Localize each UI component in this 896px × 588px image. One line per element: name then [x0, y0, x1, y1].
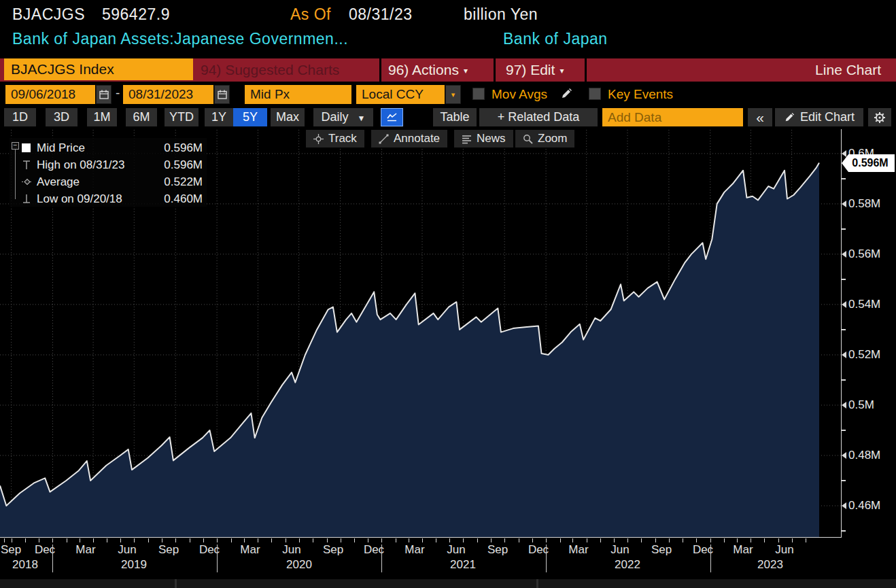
add-data-input[interactable]	[602, 108, 743, 126]
frequency-dropdown[interactable]: Daily ▼	[313, 108, 373, 126]
annotate-line-icon	[379, 134, 389, 144]
edit-menu-button[interactable]: 97) Edit▾	[506, 58, 564, 82]
start-date-calendar-button[interactable]	[96, 85, 111, 104]
key-events-checkbox[interactable]	[589, 88, 601, 100]
period-button-1y[interactable]: 1Y	[205, 108, 233, 126]
y-tick-label: 0.56M	[848, 247, 880, 261]
legend-row-mid-price[interactable]: Mid Price 0.596M	[10, 139, 207, 156]
x-month-label: Jun	[775, 543, 793, 557]
y-minor-tick	[842, 178, 846, 179]
x-year-label: 2019	[121, 558, 147, 572]
x-minor-tick	[409, 538, 409, 542]
x-minor-tick	[341, 538, 341, 542]
period-button-1d[interactable]: 1D	[4, 108, 36, 126]
mov-avgs-label: Mov Avgs	[492, 86, 547, 103]
chart-settings-button[interactable]	[868, 108, 891, 126]
table-button[interactable]: Table	[433, 108, 477, 126]
price-field-selector[interactable]: Mid Px	[245, 85, 351, 104]
period-button-max[interactable]: Max	[271, 108, 305, 126]
x-minor-tick	[627, 538, 628, 542]
x-minor-tick	[381, 538, 382, 542]
actions-menu-button[interactable]: 96) Actions▾	[388, 58, 468, 82]
period-button-ytd[interactable]: YTD	[165, 108, 199, 126]
divider	[379, 58, 381, 82]
legend-row-average[interactable]: Average 0.522M	[10, 173, 207, 190]
x-minor-tick	[778, 538, 779, 542]
x-minor-tick	[396, 538, 396, 542]
x-month-label: Sep	[158, 543, 179, 557]
gear-icon	[874, 111, 886, 124]
track-crosshair-icon	[313, 134, 324, 144]
legend-row-high[interactable]: High on 08/31/23 0.596M	[10, 156, 207, 173]
data-source: Bank of Japan	[503, 30, 608, 48]
x-minor-tick	[463, 538, 464, 542]
calendar-icon	[218, 90, 227, 99]
x-minor-tick	[93, 538, 94, 542]
y-tick-arrow-icon	[842, 301, 846, 308]
suggested-charts-button[interactable]: 94) Suggested Charts	[201, 58, 339, 82]
x-minor-tick	[710, 538, 711, 542]
x-month-label: Dec	[199, 543, 220, 557]
mov-avgs-checkbox[interactable]	[472, 88, 485, 100]
edit-chart-button[interactable]: Edit Chart	[775, 108, 863, 126]
pencil-icon	[784, 112, 795, 123]
related-data-button[interactable]: + Related Data	[479, 108, 598, 126]
x-minor-tick	[572, 538, 573, 542]
x-minor-tick	[299, 538, 300, 542]
mid-price-swatch-icon	[22, 143, 31, 152]
calendar-icon	[99, 90, 109, 99]
zoom-button[interactable]: Zoom	[515, 130, 574, 148]
period-button-1m[interactable]: 1M	[87, 108, 117, 126]
magnifier-icon	[523, 134, 533, 144]
x-minor-tick	[436, 538, 436, 542]
x-minor-tick	[244, 538, 245, 542]
x-year-label: 2020	[286, 558, 312, 572]
x-minor-tick	[148, 538, 149, 542]
pencil-icon[interactable]	[560, 88, 572, 100]
high-marker-icon	[22, 160, 31, 170]
currency-selector[interactable]: Local CCY	[356, 85, 445, 104]
year-divider	[381, 544, 382, 572]
chevron-down-icon: ▾	[559, 66, 564, 75]
collapse-panel-button[interactable]: «	[748, 108, 772, 126]
x-minor-tick	[313, 538, 313, 542]
news-lines-icon	[462, 134, 472, 144]
y-axis-line	[841, 129, 842, 538]
last-value: 596427.9	[102, 5, 170, 24]
x-minor-tick	[600, 538, 601, 542]
chart-type-button[interactable]	[381, 108, 403, 126]
track-button[interactable]: Track	[306, 130, 364, 148]
x-month-label: Mar	[240, 543, 260, 557]
x-minor-tick	[286, 538, 286, 542]
end-date-field[interactable]: 08/31/2023	[123, 85, 213, 104]
annotate-button[interactable]: Annotate	[371, 130, 447, 148]
currency-dropdown-button[interactable]: ▾	[445, 85, 461, 104]
legend-row-low[interactable]: Low on 09/20/18 0.460M	[10, 190, 207, 207]
security-field[interactable]: BJACJGS Index	[4, 58, 193, 80]
unit-label: billion Yen	[464, 5, 538, 24]
x-minor-tick	[546, 538, 547, 542]
x-minor-tick	[587, 538, 587, 542]
year-divider	[217, 544, 218, 572]
x-minor-tick	[737, 538, 738, 542]
y-tick-arrow-icon	[842, 201, 846, 207]
divider	[585, 58, 587, 82]
x-minor-tick	[655, 538, 656, 542]
period-button-6m[interactable]: 6M	[126, 108, 157, 126]
period-button-3d[interactable]: 3D	[46, 108, 77, 126]
x-minor-tick	[134, 538, 135, 542]
y-tick-arrow-icon	[842, 351, 846, 358]
y-tick-arrow-icon	[842, 502, 846, 509]
period-button-5y-selected[interactable]: 5Y	[233, 108, 267, 126]
end-date-calendar-button[interactable]	[214, 85, 230, 104]
start-date-field[interactable]: 09/06/2018	[5, 85, 95, 104]
x-minor-tick	[52, 538, 53, 542]
year-divider	[546, 544, 547, 572]
news-button[interactable]: News	[454, 130, 513, 148]
year-divider	[710, 544, 711, 572]
x-minor-tick	[327, 538, 328, 542]
x-minor-tick	[792, 538, 793, 542]
x-minor-tick	[67, 538, 67, 542]
x-minor-tick	[641, 538, 642, 542]
x-minor-tick	[231, 538, 232, 542]
